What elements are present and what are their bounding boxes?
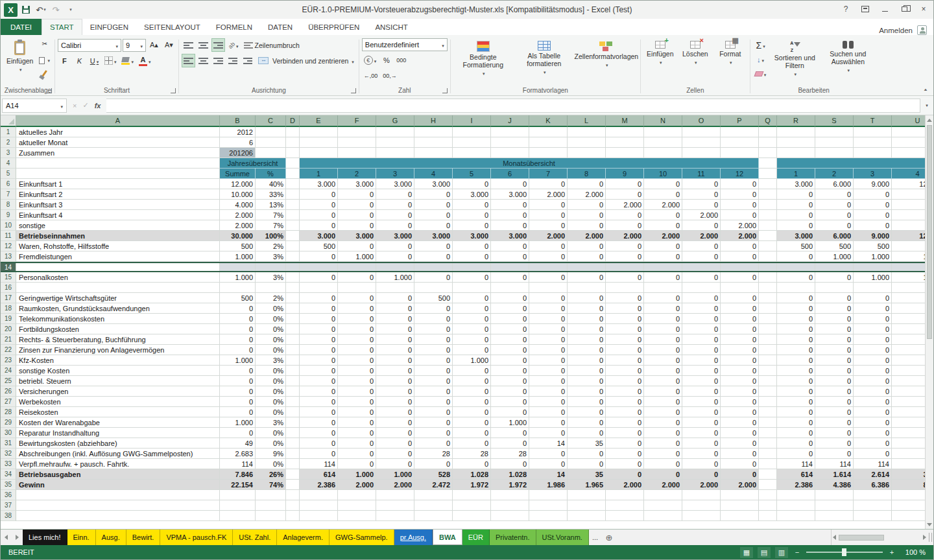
sheet-tab-ausg-[interactable]: Ausg. [96, 530, 126, 545]
cell[interactable]: 0 [491, 355, 529, 366]
cell[interactable]: 9.000 [854, 231, 892, 241]
cell[interactable]: 0 [491, 407, 529, 417]
cell[interactable]: 0 [300, 200, 338, 210]
cell[interactable]: 3% [256, 355, 286, 366]
cell[interactable]: 0 [815, 345, 854, 355]
cell[interactable] [759, 127, 777, 137]
scroll-left-icon[interactable] [833, 535, 836, 540]
cell[interactable]: 0 [491, 386, 529, 397]
cell[interactable]: 0 [338, 303, 376, 314]
cell[interactable]: 0 [414, 210, 453, 220]
cut-button[interactable]: ✂ [37, 38, 52, 52]
sheet-tab-bwa[interactable]: BWA [433, 530, 462, 545]
cell[interactable]: 0 [529, 220, 568, 231]
zoom-out-icon[interactable]: − [793, 548, 802, 556]
cell[interactable]: 0 [453, 366, 491, 376]
cell[interactable] [759, 169, 777, 179]
cell[interactable]: 0% [256, 459, 286, 469]
cell[interactable]: 9 [606, 169, 644, 179]
cell[interactable]: 0 [854, 428, 892, 438]
cell[interactable] [759, 500, 777, 511]
cell[interactable]: 0 [606, 314, 644, 324]
cell[interactable]: 0 [568, 334, 606, 345]
cell[interactable]: 0 [606, 386, 644, 397]
cell[interactable]: 0 [300, 189, 338, 200]
cell[interactable] [606, 500, 644, 511]
conditional-formatting-button[interactable]: Bedingte Formatierung [453, 38, 513, 79]
find-select-button[interactable]: Suchen und Auswählen [821, 38, 874, 76]
font-family-select[interactable]: Calibri [58, 39, 121, 52]
cell[interactable]: 0 [529, 376, 568, 386]
cell[interactable]: 500 [414, 293, 453, 303]
cell[interactable]: 2 [338, 169, 376, 179]
cell[interactable]: 1.000 [220, 355, 256, 366]
cell[interactable]: Bewirtungskosten (abziehbare) [16, 438, 220, 449]
grow-font-button[interactable]: A▴ [147, 38, 161, 52]
row-header-21[interactable]: 21 [1, 334, 16, 345]
cell[interactable]: 0 [376, 428, 414, 438]
cell[interactable] [759, 241, 777, 251]
cell[interactable]: 0 [721, 189, 759, 200]
cell[interactable]: 0 [854, 210, 892, 220]
cell[interactable] [777, 137, 815, 148]
cell[interactable] [682, 137, 721, 148]
cell[interactable]: 0 [568, 293, 606, 303]
name-box[interactable]: A14 [2, 99, 67, 113]
underline-button[interactable]: U [88, 54, 101, 67]
cell[interactable] [682, 500, 721, 511]
cell[interactable]: 0 [453, 272, 491, 283]
cell[interactable]: 0% [256, 428, 286, 438]
cell[interactable]: 0 [721, 251, 759, 262]
close-button[interactable]: × [914, 1, 933, 18]
cell[interactable]: 49 [220, 438, 256, 449]
cell[interactable]: 1.000 [815, 251, 854, 262]
cell[interactable] [529, 127, 568, 137]
cell[interactable]: sonstige [16, 220, 220, 231]
row-header-18[interactable]: 18 [1, 303, 16, 314]
cell[interactable] [286, 366, 300, 376]
cell[interactable] [854, 500, 892, 511]
cell[interactable] [759, 137, 777, 148]
page-break-view-icon[interactable]: ▥ [775, 547, 788, 558]
cell[interactable] [759, 345, 777, 355]
cell[interactable]: 0 [606, 272, 644, 283]
cell[interactable]: 0 [338, 324, 376, 334]
cell[interactable]: 0 [815, 428, 854, 438]
cell[interactable]: 114 [777, 459, 815, 469]
cell[interactable]: 3.000 [414, 231, 453, 241]
cell[interactable] [300, 500, 338, 511]
column-header-U[interactable]: U [892, 115, 925, 127]
cell[interactable]: 0 [721, 200, 759, 210]
cell[interactable] [300, 263, 338, 271]
cell[interactable] [529, 490, 568, 500]
cell[interactable]: 0 [453, 407, 491, 417]
cell[interactable]: 0 [815, 397, 854, 407]
wrap-text-button[interactable]: Zeilenumbruch [242, 38, 302, 52]
cell[interactable]: 0 [854, 220, 892, 231]
cell[interactable]: 12.000 [892, 179, 925, 189]
cell[interactable]: 35 [568, 438, 606, 449]
cell[interactable]: 0% [256, 376, 286, 386]
cell[interactable]: 0 [721, 407, 759, 417]
cell[interactable]: 0 [606, 189, 644, 200]
minimize-button[interactable] [875, 1, 894, 18]
cell[interactable]: 0 [491, 376, 529, 386]
cell[interactable]: Betriebsausgaben [16, 469, 220, 480]
cell[interactable]: Reparatur Instandhaltung [16, 428, 220, 438]
cell[interactable]: 2 [815, 169, 854, 179]
cell[interactable]: 0 [854, 397, 892, 407]
cell[interactable]: 0 [338, 272, 376, 283]
cell[interactable]: 0% [256, 334, 286, 345]
row-header-9[interactable]: 9 [1, 210, 16, 220]
cell[interactable] [256, 490, 286, 500]
cell[interactable]: 0 [854, 355, 892, 366]
cell[interactable]: 12.000 [892, 231, 925, 241]
cell[interactable]: 0 [815, 189, 854, 200]
align-center-button[interactable] [197, 54, 210, 67]
cell[interactable]: 0 [491, 179, 529, 189]
cell[interactable]: 0 [644, 241, 682, 251]
cell[interactable]: 0 [376, 241, 414, 251]
cell[interactable]: 0 [777, 449, 815, 459]
cell[interactable] [256, 148, 286, 158]
comma-style-button[interactable]: 000 [394, 53, 408, 67]
